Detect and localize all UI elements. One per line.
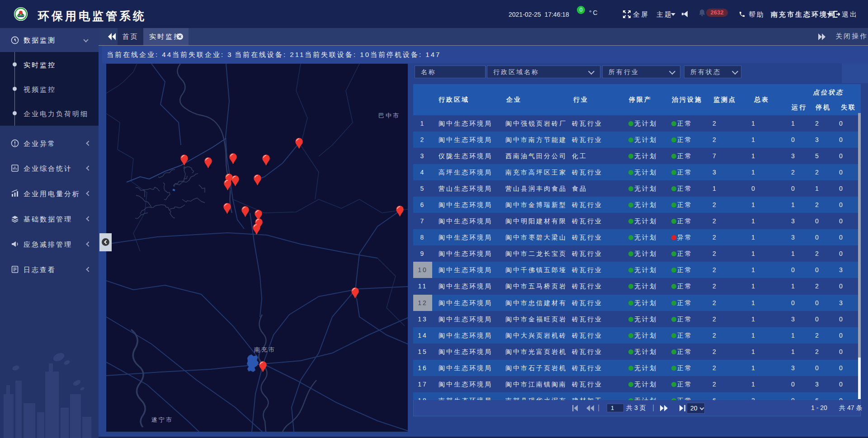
svg-text:南充市: 南充市 bbox=[254, 346, 276, 353]
svg-text:遂宁市: 遂宁市 bbox=[151, 416, 173, 423]
svg-text:巴中市: 巴中市 bbox=[378, 112, 400, 119]
